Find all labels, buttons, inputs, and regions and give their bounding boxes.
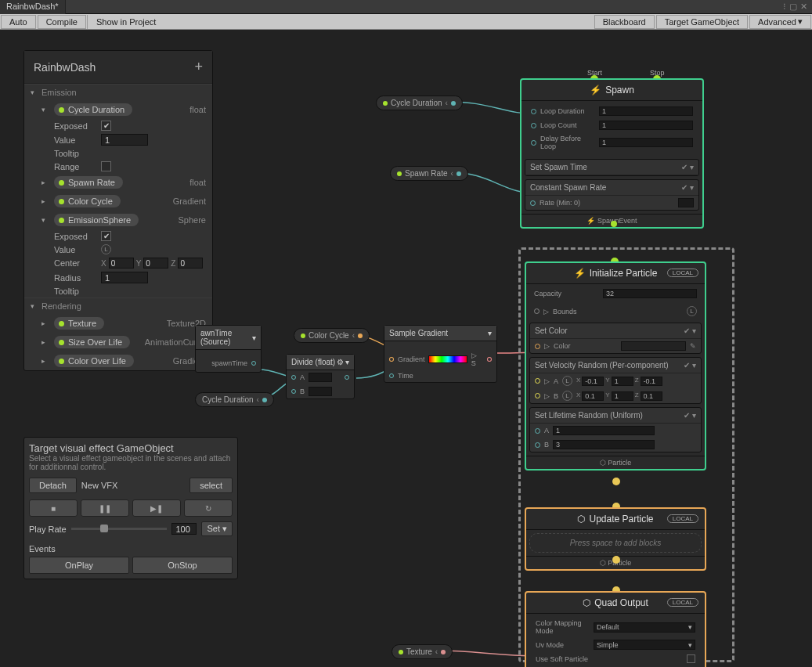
link-icon[interactable]: L xyxy=(562,376,572,386)
close-icon[interactable]: ✕ xyxy=(800,2,807,12)
enabled-checkbox[interactable]: ✔ xyxy=(684,326,690,335)
center-y-input[interactable] xyxy=(143,258,168,269)
radius-input[interactable] xyxy=(101,272,148,283)
enabled-checkbox[interactable]: ✔ xyxy=(684,411,690,420)
prop-texture[interactable]: ▸TextureTexture2D xyxy=(24,314,212,333)
port[interactable] xyxy=(531,140,536,146)
output-port[interactable] xyxy=(251,361,256,366)
prop-color-cycle[interactable]: ▸Color CycleGradient xyxy=(24,192,212,211)
output-port[interactable] xyxy=(441,650,446,654)
prop-spawn-rate[interactable]: ▸Spawn Ratefloat xyxy=(24,173,212,192)
center-z-input[interactable] xyxy=(178,258,203,269)
add-property-button[interactable]: + xyxy=(194,59,203,75)
restart-button[interactable]: ↻ xyxy=(184,499,233,517)
output-port[interactable] xyxy=(262,398,267,402)
port[interactable] xyxy=(535,428,540,434)
uv-mode-select[interactable]: Simple▾ xyxy=(594,640,695,650)
color-port[interactable] xyxy=(535,344,540,349)
life-b-input[interactable] xyxy=(553,440,655,449)
chevron-down-icon[interactable]: ▾ xyxy=(690,183,694,192)
bounds-port[interactable] xyxy=(534,308,540,314)
link-icon[interactable]: L xyxy=(562,391,572,401)
quad-output-context[interactable]: ⬡Quad OutputLOCAL Color Mapping ModeDefa… xyxy=(525,591,706,667)
spawn-rate-node[interactable]: Spawn Rate‹ xyxy=(390,166,468,181)
sample-gradient-node[interactable]: Sample Gradient▾ Gradient▷ S Time xyxy=(384,325,497,383)
time-port[interactable] xyxy=(389,373,394,378)
spawn-out-port[interactable] xyxy=(611,221,617,227)
enabled-checkbox[interactable]: ✔ xyxy=(681,163,687,171)
prop-color-over-life[interactable]: ▸Color Over LifeGradient xyxy=(24,352,212,370)
input-port-a[interactable] xyxy=(291,375,296,380)
output-port[interactable] xyxy=(487,357,492,362)
init-out-port[interactable] xyxy=(612,478,620,485)
vel-bz[interactable] xyxy=(641,391,662,401)
gradient-port[interactable] xyxy=(389,357,394,362)
value-input[interactable] xyxy=(101,134,148,146)
enabled-checkbox[interactable]: ✔ xyxy=(681,183,687,192)
center-x-input[interactable] xyxy=(109,258,134,269)
show-in-project-button[interactable]: Show in Project xyxy=(88,15,164,29)
blackboard-toggle-button[interactable]: Blackboard xyxy=(594,15,655,29)
play-rate-slider[interactable] xyxy=(71,528,168,530)
settings-icon[interactable]: ⚙ xyxy=(337,358,344,366)
a-input[interactable] xyxy=(309,373,332,382)
port[interactable] xyxy=(535,393,540,398)
add-block-hint[interactable]: Press space to add blocks xyxy=(529,533,702,553)
port[interactable] xyxy=(535,442,540,448)
rendering-section[interactable]: ▾Rendering xyxy=(24,297,212,314)
window-tab[interactable]: RainbwDash* xyxy=(0,0,66,14)
port[interactable] xyxy=(531,123,536,128)
onplay-button[interactable]: OnPlay xyxy=(29,557,129,574)
color-field[interactable] xyxy=(621,341,686,351)
spawn-context[interactable]: ⚡Spawn Loop Duration Loop Count Delay Be… xyxy=(520,78,704,229)
graph-canvas[interactable]: RainbwDash + ▾Emission ▾Cycle Durationfl… xyxy=(0,30,812,667)
step-button[interactable]: ▶❚ xyxy=(132,499,181,517)
b-input[interactable] xyxy=(309,387,332,396)
color-mapping-select[interactable]: Default▾ xyxy=(594,622,695,633)
initialize-particle-context[interactable]: ⚡Initialize ParticleLOCAL Capacity ▷Boun… xyxy=(525,261,706,471)
pause-button[interactable]: ❚❚ xyxy=(81,499,129,517)
link-icon[interactable]: L xyxy=(101,244,111,254)
vel-az[interactable] xyxy=(641,377,662,386)
cycle-duration-node-2[interactable]: Cycle Duration‹ xyxy=(195,392,274,407)
chevron-down-icon[interactable]: ▾ xyxy=(690,163,694,171)
link-icon[interactable]: L xyxy=(687,306,697,316)
port[interactable] xyxy=(535,378,540,384)
capacity-input[interactable] xyxy=(603,289,697,298)
life-a-input[interactable] xyxy=(553,426,655,435)
divide-node[interactable]: Divide (float)⚙▾ A B xyxy=(286,354,355,399)
target-gameobject-button[interactable]: Target GameObject xyxy=(656,15,748,29)
vel-ay[interactable] xyxy=(612,377,633,386)
range-checkbox[interactable] xyxy=(101,161,111,171)
gradient-preview[interactable] xyxy=(428,355,467,363)
input-port-b[interactable] xyxy=(291,389,296,394)
output-port[interactable] xyxy=(358,334,363,338)
onstop-button[interactable]: OnStop xyxy=(132,557,233,574)
spawntime-source-node[interactable]: awnTime (Source)▾ spawnTime xyxy=(195,325,262,373)
set-button[interactable]: Set ▾ xyxy=(201,521,233,536)
chevron-down-icon[interactable]: ▾ xyxy=(692,411,696,420)
select-button[interactable]: select xyxy=(189,478,233,493)
prop-emission-sphere[interactable]: ▾EmissionSphereSphere xyxy=(24,211,212,229)
update-out-port[interactable] xyxy=(612,556,620,564)
loop-count-input[interactable] xyxy=(599,121,693,130)
texture-node[interactable]: Texture‹ xyxy=(392,644,453,659)
rate-input[interactable] xyxy=(678,198,694,207)
loop-duration-input[interactable] xyxy=(599,106,693,116)
target-gameobject-panel[interactable]: Target visual effect GameObject Select a… xyxy=(23,437,238,579)
advanced-dropdown[interactable]: Advanced▾ xyxy=(749,15,811,29)
play-rate-input[interactable] xyxy=(171,523,197,535)
rate-port[interactable] xyxy=(530,200,536,206)
prop-cycle-duration[interactable]: ▾Cycle Durationfloat xyxy=(24,100,212,119)
auto-button[interactable]: Auto xyxy=(1,15,36,29)
color-cycle-node[interactable]: Color Cycle‹ xyxy=(294,328,370,343)
exposed-checkbox[interactable]: ✔ xyxy=(101,121,111,131)
chevron-down-icon[interactable]: ▾ xyxy=(692,361,696,370)
exposed-checkbox[interactable]: ✔ xyxy=(101,231,111,241)
vel-ax[interactable] xyxy=(582,377,604,386)
compile-button[interactable]: Compile xyxy=(38,15,86,29)
blackboard-panel[interactable]: RainbwDash + ▾Emission ▾Cycle Durationfl… xyxy=(23,50,213,371)
stop-button[interactable]: ■ xyxy=(29,499,78,517)
output-port[interactable] xyxy=(451,101,456,106)
vel-bx[interactable] xyxy=(582,391,604,401)
